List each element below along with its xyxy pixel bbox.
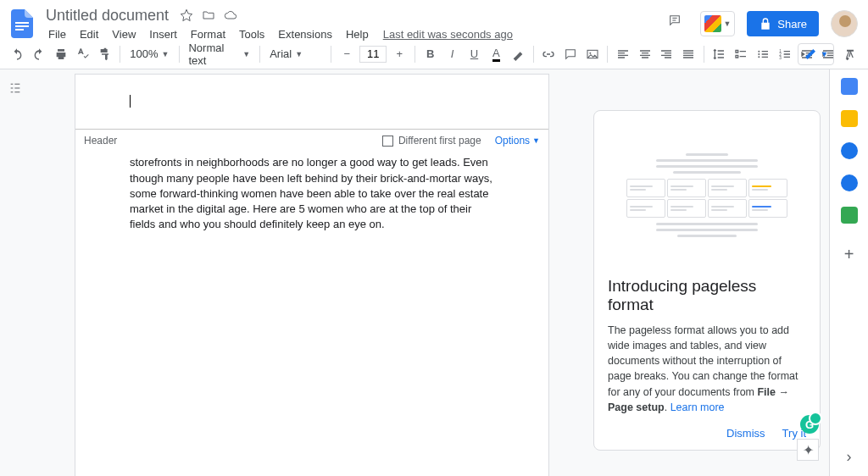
- underline-icon[interactable]: U: [464, 43, 485, 65]
- hide-toolbar-icon[interactable]: ᐱ: [839, 44, 860, 64]
- decrease-font-icon[interactable]: −: [336, 43, 358, 65]
- share-button[interactable]: Share: [747, 11, 819, 36]
- promo-illustration: [608, 123, 806, 267]
- numbered-list-icon[interactable]: 123: [774, 43, 795, 65]
- svg-point-6: [589, 52, 591, 53]
- move-icon[interactable]: [201, 8, 216, 23]
- text-color-icon[interactable]: A: [486, 43, 507, 65]
- document-title[interactable]: Untitled document: [42, 7, 172, 25]
- side-panel: + ›: [829, 69, 868, 476]
- cloud-status-icon[interactable]: [223, 8, 238, 23]
- share-label: Share: [777, 18, 807, 30]
- svg-text:3: 3: [779, 56, 782, 60]
- promo-title: Introducing pageless format: [608, 277, 806, 314]
- image-icon[interactable]: [581, 43, 603, 65]
- outline-icon[interactable]: [8, 81, 25, 98]
- meet-icon: [704, 15, 721, 32]
- collapse-panel-icon[interactable]: ›: [847, 448, 852, 466]
- header-label: Header: [84, 135, 117, 147]
- font-select[interactable]: Arial▼: [264, 43, 326, 65]
- header-options-dropdown[interactable]: Options ▼: [495, 135, 540, 147]
- italic-icon[interactable]: I: [442, 43, 463, 65]
- add-addon-icon[interactable]: +: [841, 246, 858, 263]
- header-options-bar: Header Different first page Options ▼: [75, 129, 548, 152]
- zoom-select[interactable]: 100%▼: [125, 43, 174, 65]
- align-right-icon[interactable]: [656, 43, 677, 65]
- increase-font-icon[interactable]: +: [388, 43, 410, 65]
- font-size-input[interactable]: [359, 46, 387, 63]
- promo-description: The pageless format allows you to add wi…: [608, 323, 806, 415]
- align-justify-icon[interactable]: [678, 43, 699, 65]
- different-first-page-checkbox[interactable]: Different first page: [382, 135, 481, 147]
- main-area: Header Different first page Options ▼ st…: [0, 69, 868, 476]
- account-avatar[interactable]: [831, 10, 858, 37]
- svg-rect-1: [15, 25, 29, 27]
- svg-point-8: [758, 53, 760, 55]
- learn-more-link[interactable]: Learn more: [670, 401, 725, 413]
- dismiss-button[interactable]: Dismiss: [726, 427, 765, 440]
- checklist-icon[interactable]: [731, 43, 752, 65]
- title-bar: Untitled document File Edit View Insert …: [0, 0, 868, 39]
- align-center-icon[interactable]: [634, 43, 655, 65]
- contacts-icon[interactable]: [841, 174, 858, 191]
- line-spacing-icon[interactable]: [709, 43, 730, 65]
- paint-format-icon[interactable]: [95, 43, 116, 65]
- print-icon[interactable]: [51, 43, 72, 65]
- document-page[interactable]: Header Different first page Options ▼ st…: [75, 74, 549, 476]
- editing-mode-button[interactable]: ▼: [798, 43, 834, 65]
- explore-icon[interactable]: ✦: [797, 439, 819, 461]
- text-cursor: [130, 95, 131, 108]
- bold-icon[interactable]: B: [420, 43, 441, 65]
- document-body[interactable]: storefronts in neighborhoods are no long…: [75, 152, 548, 266]
- page-header-area[interactable]: [75, 75, 548, 129]
- comment-icon[interactable]: [560, 43, 581, 65]
- comments-icon[interactable]: [668, 14, 688, 34]
- link-icon[interactable]: [538, 43, 559, 65]
- star-icon[interactable]: [179, 8, 194, 23]
- meet-button[interactable]: ▼: [700, 11, 735, 36]
- pageless-promo-card: Introducing pageless format The pageless…: [593, 110, 821, 451]
- redo-icon[interactable]: [29, 43, 50, 65]
- highlight-icon[interactable]: [508, 43, 529, 65]
- calendar-icon[interactable]: [841, 78, 858, 95]
- style-select[interactable]: Normal text▼: [183, 43, 255, 65]
- align-left-icon[interactable]: [612, 43, 633, 65]
- maps-icon[interactable]: [841, 207, 858, 224]
- svg-rect-0: [15, 22, 29, 24]
- docs-logo[interactable]: [7, 8, 37, 39]
- svg-rect-2: [15, 29, 24, 30]
- grammarly-icon[interactable]: G: [800, 415, 819, 434]
- svg-point-9: [758, 56, 760, 58]
- tasks-icon[interactable]: [841, 142, 858, 159]
- toolbar: 100%▼ Normal text▼ Arial▼ − + B I U A 12…: [0, 39, 868, 69]
- svg-point-7: [758, 50, 760, 52]
- spellcheck-icon[interactable]: [73, 43, 94, 65]
- bullet-list-icon[interactable]: [752, 43, 773, 65]
- undo-icon[interactable]: [7, 43, 28, 65]
- keep-icon[interactable]: [841, 110, 858, 127]
